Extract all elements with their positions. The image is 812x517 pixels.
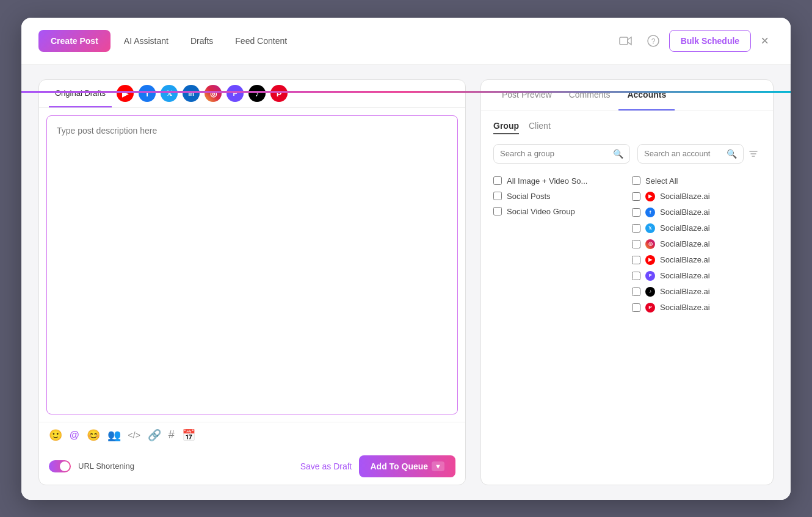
group-search-icon: 🔍 bbox=[613, 149, 623, 159]
account-platform-icon-4: ▶ bbox=[645, 255, 655, 265]
calendar-icon[interactable]: 📅 bbox=[182, 428, 195, 442]
account-platform-icon-1: f bbox=[645, 208, 655, 217]
add-to-queue-chevron[interactable]: ▼ bbox=[432, 461, 444, 471]
group-label-2: Social Posts bbox=[507, 192, 551, 201]
accounts-content: Group Client 🔍 🔍 bbox=[481, 111, 773, 485]
account-label-5: SocialBlaze.ai bbox=[660, 271, 710, 280]
account-platform-icon-5: P bbox=[645, 271, 655, 281]
video-icon-button[interactable] bbox=[614, 32, 637, 49]
account-platform-icon-6: ♪ bbox=[645, 287, 655, 297]
group-checkbox-1[interactable] bbox=[493, 176, 502, 185]
close-button[interactable]: × bbox=[756, 31, 774, 51]
toolbar: 🙂 @ 😊 👥 </> 🔗 # 📅 bbox=[39, 422, 465, 448]
image-gallery-icon[interactable]: 👥 bbox=[107, 428, 121, 442]
create-post-button[interactable]: Create Post bbox=[38, 30, 111, 52]
account-label-4: SocialBlaze.ai bbox=[660, 255, 710, 264]
group-row-3: Social Video Group bbox=[493, 204, 622, 219]
client-subtab[interactable]: Client bbox=[529, 121, 551, 134]
accounts-columns: All Image + Video So... Social Posts Soc… bbox=[493, 173, 761, 316]
account-search-icon: 🔍 bbox=[727, 149, 737, 159]
account-checkbox-4[interactable] bbox=[632, 256, 640, 264]
account-label-7: SocialBlaze.ai bbox=[660, 303, 710, 312]
linkedin-platform-icon[interactable]: in bbox=[183, 85, 200, 102]
drafts-tab[interactable]: Drafts bbox=[182, 30, 222, 52]
feed-content-tab[interactable]: Feed Content bbox=[227, 30, 295, 52]
account-label-0: SocialBlaze.ai bbox=[660, 192, 710, 201]
account-row-0: ▶ SocialBlaze.ai bbox=[632, 189, 761, 204]
add-to-queue-button[interactable]: Add To Queue ▼ bbox=[359, 455, 455, 477]
left-panel-footer: URL Shortening Save as Draft Add To Queu… bbox=[39, 448, 465, 485]
account-row-2: 𝕏 SocialBlaze.ai bbox=[632, 220, 761, 236]
save-draft-button[interactable]: Save as Draft bbox=[300, 461, 352, 471]
account-checkbox-1[interactable] bbox=[632, 208, 640, 217]
account-platform-icon-0: ▶ bbox=[645, 192, 655, 201]
account-label-2: SocialBlaze.ai bbox=[660, 223, 710, 233]
group-search-box: 🔍 bbox=[493, 144, 630, 164]
account-row-1: f SocialBlaze.ai bbox=[632, 204, 761, 220]
account-platform-icon-7: P bbox=[645, 303, 655, 313]
video-icon bbox=[619, 36, 633, 46]
original-drafts-tab[interactable]: Original Drafts bbox=[49, 80, 112, 107]
help-icon: ? bbox=[647, 35, 659, 47]
hashtag-icon[interactable]: # bbox=[169, 428, 175, 441]
account-row-6: ♪ SocialBlaze.ai bbox=[632, 284, 761, 300]
comments-tab[interactable]: Comments bbox=[560, 80, 619, 110]
instagram-platform-icon[interactable]: ◎ bbox=[205, 85, 222, 102]
accounts-subtabs: Group Client bbox=[493, 121, 761, 134]
post-preview-tab[interactable]: Post Preview bbox=[493, 80, 560, 110]
account-checkbox-6[interactable] bbox=[632, 287, 640, 296]
account-checkbox-5[interactable] bbox=[632, 272, 640, 280]
account-checkbox-2[interactable] bbox=[632, 224, 640, 233]
header: Create Post AI Assistant Drafts Feed Con… bbox=[21, 18, 791, 65]
account-search-box: 🔍 bbox=[637, 144, 744, 164]
filter-icon[interactable] bbox=[746, 146, 761, 161]
accounts-column: Select All ▶ SocialBlaze.ai f SocialBlaz… bbox=[632, 173, 761, 316]
accounts-tab[interactable]: Accounts bbox=[618, 80, 675, 110]
pinterest-platform-icon[interactable]: P bbox=[270, 85, 288, 102]
select-all-label: Select All bbox=[645, 176, 678, 186]
facebook-platform-icon[interactable]: f bbox=[139, 85, 156, 102]
group-row-1: All Image + Video So... bbox=[493, 173, 622, 189]
select-all-row: Select All bbox=[632, 173, 761, 189]
group-subtab[interactable]: Group bbox=[493, 121, 519, 134]
account-search-input[interactable] bbox=[644, 149, 723, 158]
emoji-face-icon[interactable]: 😊 bbox=[87, 428, 100, 442]
account-checkbox-0[interactable] bbox=[632, 192, 640, 201]
group-label-3: Social Video Group bbox=[507, 207, 575, 216]
account-label-3: SocialBlaze.ai bbox=[660, 239, 710, 248]
groups-column: All Image + Video So... Social Posts Soc… bbox=[493, 173, 622, 316]
account-label-1: SocialBlaze.ai bbox=[660, 208, 710, 217]
group-search-input[interactable] bbox=[500, 149, 609, 158]
account-checkbox-3[interactable] bbox=[632, 240, 640, 248]
account-platform-icon-2: 𝕏 bbox=[645, 223, 655, 233]
url-shortening-toggle[interactable] bbox=[49, 460, 71, 472]
group-checkbox-2[interactable] bbox=[493, 192, 502, 200]
tiktok-platform-icon[interactable]: ♪ bbox=[248, 85, 266, 102]
phantom-platform-icon[interactable]: P bbox=[227, 85, 244, 102]
svg-text:?: ? bbox=[651, 37, 655, 46]
account-label-6: SocialBlaze.ai bbox=[660, 287, 710, 296]
url-shortening-label: URL Shortening bbox=[78, 461, 134, 471]
modal-container: Create Post AI Assistant Drafts Feed Con… bbox=[21, 18, 791, 500]
at-mention-icon[interactable]: @ bbox=[70, 430, 79, 441]
twitter-platform-icon[interactable]: 𝕏 bbox=[161, 85, 178, 102]
svg-rect-0 bbox=[620, 37, 628, 45]
right-panel: Post Preview Comments Accounts Group Cli… bbox=[480, 79, 774, 485]
link-icon[interactable]: 🔗 bbox=[148, 428, 161, 442]
select-all-checkbox[interactable] bbox=[632, 176, 640, 185]
account-checkbox-7[interactable] bbox=[632, 303, 640, 312]
ai-assistant-tab[interactable]: AI Assistant bbox=[115, 30, 177, 52]
account-platform-icon-3: ◎ bbox=[645, 239, 655, 249]
left-panel: Original Drafts ▶ f 𝕏 in ◎ P ♪ P 🙂 @ 😊 👥 bbox=[38, 79, 466, 485]
background: Create Post AI Assistant Drafts Feed Con… bbox=[0, 0, 812, 517]
post-description-input[interactable] bbox=[46, 115, 458, 414]
code-icon[interactable]: </> bbox=[128, 430, 140, 440]
emoji-add-icon[interactable]: 🙂 bbox=[49, 428, 62, 442]
youtube-platform-icon[interactable]: ▶ bbox=[117, 85, 134, 102]
content-area: Original Drafts ▶ f 𝕏 in ◎ P ♪ P 🙂 @ 😊 👥 bbox=[21, 65, 791, 500]
group-checkbox-3[interactable] bbox=[493, 207, 502, 215]
accounts-search-row: 🔍 🔍 bbox=[493, 144, 761, 164]
left-panel-top: Original Drafts ▶ f 𝕏 in ◎ P ♪ P bbox=[39, 80, 465, 108]
help-icon-button[interactable]: ? bbox=[642, 31, 664, 51]
bulk-schedule-button[interactable]: Bulk Schedule bbox=[669, 30, 751, 52]
